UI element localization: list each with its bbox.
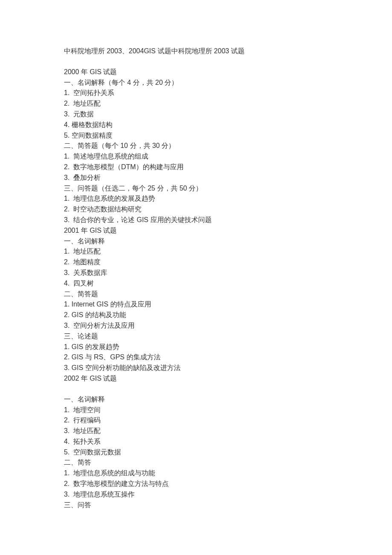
question-item: 3. 地址匹配: [64, 426, 328, 436]
question-item: 5. 空间数据元数据: [64, 447, 328, 458]
blank-line: [64, 384, 328, 394]
question-item: 3. 地理信息系统互操作: [64, 489, 328, 500]
question-group-label: 三、论述题: [64, 331, 328, 342]
question-item: 3. 结合你的专业，论述 GIS 应用的关键技术问题: [64, 215, 328, 225]
question-item: 1. 简述地理信息系统的组成: [64, 151, 328, 162]
question-item: 3. 元数据: [64, 109, 328, 120]
question-item: 1. 地理信息系统的发展及趋势: [64, 194, 328, 204]
question-group-label: 三、问答: [64, 500, 328, 511]
question-group-label: 一、名词解释（每个 4 分，共 20 分）: [64, 78, 328, 88]
question-item: 4. 四叉树: [64, 278, 328, 289]
question-group-label: 三、问答题（任选二，每个 25 分，共 50 分）: [64, 183, 328, 194]
question-item: 1. 地理空间: [64, 405, 328, 416]
question-item: 2. 数字地形模型的建立方法与特点: [64, 479, 328, 489]
question-item: 1. GIS 的发展趋势: [64, 342, 328, 353]
exam-year-header: 2002 年 GIS 试题: [64, 373, 328, 384]
question-item: 3. 空间分析方法及应用: [64, 321, 328, 331]
question-item: 1. 地址匹配: [64, 246, 328, 257]
question-item: 3. 关系数据库: [64, 268, 328, 278]
question-item: 2. 时空动态数据结构研究: [64, 204, 328, 215]
question-group-label: 一、名词解释: [64, 394, 328, 405]
question-group-label: 二、简答题（每个 10 分，共 30 分）: [64, 141, 328, 151]
question-item: 3. GIS 空间分析功能的缺陷及改进方法: [64, 363, 328, 373]
question-group-label: 二、简答题: [64, 289, 328, 300]
question-item: 4. 栅格数据结构: [64, 120, 328, 130]
question-item: 1. Internet GIS 的特点及应用: [64, 299, 328, 310]
question-item: 5. 空间数据精度: [64, 130, 328, 141]
question-item: 2. 数字地形模型（DTM）的构建与应用: [64, 162, 328, 173]
question-item: 2. GIS 的结构及功能: [64, 310, 328, 321]
exam-year-header: 2000 年 GIS 试题: [64, 67, 328, 78]
question-item: 3. 叠加分析: [64, 173, 328, 183]
question-item: 2. GIS 与 RS、GPS 的集成方法: [64, 352, 328, 363]
question-item: 1. 空间拓扑关系: [64, 88, 328, 98]
question-item: 1. 地理信息系统的组成与功能: [64, 468, 328, 479]
question-item: 2. 地图精度: [64, 257, 328, 268]
exam-year-header: 2001 年 GIS 试题: [64, 225, 328, 236]
question-group-label: 一、名词解释: [64, 236, 328, 247]
question-item: 2. 地址匹配: [64, 98, 328, 109]
question-group-label: 二、简答: [64, 457, 328, 468]
document-title: 中科院地理所 2003、2004GIS 试题中科院地理所 2003 试题: [64, 46, 328, 57]
document-content: 2000 年 GIS 试题一、名词解释（每个 4 分，共 20 分）1. 空间拓…: [64, 67, 328, 511]
question-item: 4. 拓扑关系: [64, 436, 328, 447]
question-item: 2. 行程编码: [64, 415, 328, 426]
